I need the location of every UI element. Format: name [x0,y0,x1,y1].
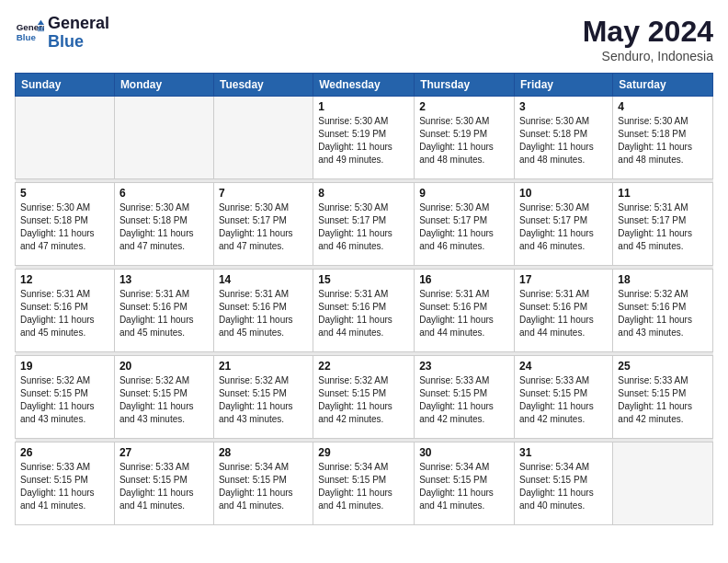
calendar-cell: 22Sunrise: 5:32 AM Sunset: 5:15 PM Dayli… [313,356,415,439]
day-info: Sunrise: 5:30 AM Sunset: 5:17 PM Dayligh… [219,201,308,253]
day-number: 27 [119,446,209,459]
day-number: 10 [519,187,608,200]
calendar-cell [613,442,713,525]
day-info: Sunrise: 5:31 AM Sunset: 5:16 PM Dayligh… [219,288,308,339]
calendar-cell: 30Sunrise: 5:34 AM Sunset: 5:15 PM Dayli… [415,442,515,525]
calendar-cell: 29Sunrise: 5:34 AM Sunset: 5:15 PM Dayli… [313,442,415,525]
day-info: Sunrise: 5:31 AM Sunset: 5:16 PM Dayligh… [519,288,608,339]
calendar-cell: 3Sunrise: 5:30 AM Sunset: 5:18 PM Daylig… [515,97,613,179]
weekday-header: Sunday [16,74,115,97]
calendar-cell: 23Sunrise: 5:33 AM Sunset: 5:15 PM Dayli… [415,356,515,439]
day-info: Sunrise: 5:30 AM Sunset: 5:18 PM Dayligh… [618,115,708,167]
calendar-cell: 10Sunrise: 5:30 AM Sunset: 5:17 PM Dayli… [515,183,613,266]
day-info: Sunrise: 5:31 AM Sunset: 5:16 PM Dayligh… [318,288,409,339]
day-number: 19 [20,360,109,373]
day-number: 25 [618,360,708,373]
location: Senduro, Indonesia [583,49,713,63]
svg-text:Blue: Blue [17,32,37,42]
calendar-cell: 12Sunrise: 5:31 AM Sunset: 5:16 PM Dayli… [16,270,115,352]
day-number: 6 [119,187,209,200]
calendar-cell: 5Sunrise: 5:30 AM Sunset: 5:18 PM Daylig… [16,183,115,266]
day-number: 20 [119,360,209,373]
day-number: 11 [618,187,708,200]
day-number: 18 [618,273,708,286]
day-info: Sunrise: 5:31 AM Sunset: 5:16 PM Dayligh… [119,288,209,339]
calendar-cell [114,97,213,179]
calendar-cell [213,97,313,179]
logo-text: General Blue [48,15,109,52]
day-info: Sunrise: 5:30 AM Sunset: 5:18 PM Dayligh… [20,201,109,253]
logo: General Blue General Blue [15,15,109,52]
day-info: Sunrise: 5:30 AM Sunset: 5:17 PM Dayligh… [519,201,608,253]
logo-icon: General Blue [15,18,44,48]
calendar-cell: 26Sunrise: 5:33 AM Sunset: 5:15 PM Dayli… [16,442,115,525]
calendar-cell: 19Sunrise: 5:32 AM Sunset: 5:15 PM Dayli… [16,356,115,439]
day-info: Sunrise: 5:32 AM Sunset: 5:15 PM Dayligh… [119,374,209,426]
title-area: May 2024 Senduro, Indonesia [583,15,713,63]
calendar-cell: 14Sunrise: 5:31 AM Sunset: 5:16 PM Dayli… [213,270,313,352]
day-number: 14 [219,273,308,286]
svg-marker-4 [38,27,44,31]
day-info: Sunrise: 5:31 AM Sunset: 5:16 PM Dayligh… [20,288,109,339]
weekday-header: Monday [114,74,213,97]
day-number: 5 [20,187,109,200]
day-info: Sunrise: 5:31 AM Sunset: 5:17 PM Dayligh… [618,201,708,253]
calendar-cell: 20Sunrise: 5:32 AM Sunset: 5:15 PM Dayli… [114,356,213,439]
day-number: 7 [219,187,308,200]
day-info: Sunrise: 5:32 AM Sunset: 5:15 PM Dayligh… [318,374,409,426]
calendar-cell: 31Sunrise: 5:34 AM Sunset: 5:15 PM Dayli… [515,442,613,525]
day-number: 31 [519,446,608,459]
calendar-header-row: SundayMondayTuesdayWednesdayThursdayFrid… [16,74,713,97]
day-number: 8 [318,187,409,200]
calendar-cell [16,97,115,179]
calendar-cell: 28Sunrise: 5:34 AM Sunset: 5:15 PM Dayli… [213,442,313,525]
calendar-cell: 18Sunrise: 5:32 AM Sunset: 5:16 PM Dayli… [613,270,713,352]
calendar-cell: 4Sunrise: 5:30 AM Sunset: 5:18 PM Daylig… [613,97,713,179]
day-number: 21 [219,360,308,373]
day-info: Sunrise: 5:32 AM Sunset: 5:15 PM Dayligh… [219,374,308,426]
calendar-cell: 2Sunrise: 5:30 AM Sunset: 5:19 PM Daylig… [415,97,515,179]
calendar-cell: 11Sunrise: 5:31 AM Sunset: 5:17 PM Dayli… [613,183,713,266]
day-info: Sunrise: 5:33 AM Sunset: 5:15 PM Dayligh… [519,374,608,426]
calendar-cell: 21Sunrise: 5:32 AM Sunset: 5:15 PM Dayli… [213,356,313,439]
day-number: 26 [20,446,109,459]
day-info: Sunrise: 5:30 AM Sunset: 5:18 PM Dayligh… [119,201,209,253]
calendar-cell: 16Sunrise: 5:31 AM Sunset: 5:16 PM Dayli… [415,270,515,352]
calendar-cell: 17Sunrise: 5:31 AM Sunset: 5:16 PM Dayli… [515,270,613,352]
calendar-cell: 6Sunrise: 5:30 AM Sunset: 5:18 PM Daylig… [114,183,213,266]
month-title: May 2024 [583,15,713,49]
calendar-week-row: 12Sunrise: 5:31 AM Sunset: 5:16 PM Dayli… [16,270,713,352]
day-number: 4 [618,100,708,113]
day-info: Sunrise: 5:32 AM Sunset: 5:15 PM Dayligh… [20,374,109,426]
day-info: Sunrise: 5:33 AM Sunset: 5:15 PM Dayligh… [419,374,509,426]
calendar-cell: 9Sunrise: 5:30 AM Sunset: 5:17 PM Daylig… [415,183,515,266]
day-number: 30 [419,446,509,459]
weekday-header: Tuesday [213,74,313,97]
day-info: Sunrise: 5:33 AM Sunset: 5:15 PM Dayligh… [20,461,109,512]
day-info: Sunrise: 5:30 AM Sunset: 5:19 PM Dayligh… [419,115,509,167]
day-number: 22 [318,360,409,373]
weekday-header: Thursday [415,74,515,97]
day-info: Sunrise: 5:34 AM Sunset: 5:15 PM Dayligh… [318,461,409,512]
calendar-cell: 8Sunrise: 5:30 AM Sunset: 5:17 PM Daylig… [313,183,415,266]
day-number: 16 [419,273,509,286]
calendar-week-row: 26Sunrise: 5:33 AM Sunset: 5:15 PM Dayli… [16,442,713,525]
weekday-header: Friday [515,74,613,97]
day-number: 23 [419,360,509,373]
weekday-header: Wednesday [313,74,415,97]
day-number: 17 [519,273,608,286]
day-info: Sunrise: 5:30 AM Sunset: 5:17 PM Dayligh… [318,201,409,253]
calendar-table: SundayMondayTuesdayWednesdayThursdayFrid… [15,73,713,525]
day-info: Sunrise: 5:34 AM Sunset: 5:15 PM Dayligh… [419,461,509,512]
calendar-cell: 24Sunrise: 5:33 AM Sunset: 5:15 PM Dayli… [515,356,613,439]
day-number: 29 [318,446,409,459]
day-info: Sunrise: 5:30 AM Sunset: 5:17 PM Dayligh… [419,201,509,253]
day-info: Sunrise: 5:34 AM Sunset: 5:15 PM Dayligh… [219,461,308,512]
day-info: Sunrise: 5:30 AM Sunset: 5:18 PM Dayligh… [519,115,608,167]
calendar-cell: 13Sunrise: 5:31 AM Sunset: 5:16 PM Dayli… [114,270,213,352]
day-number: 15 [318,273,409,286]
day-number: 2 [419,100,509,113]
calendar-cell: 1Sunrise: 5:30 AM Sunset: 5:19 PM Daylig… [313,97,415,179]
day-info: Sunrise: 5:31 AM Sunset: 5:16 PM Dayligh… [419,288,509,339]
day-number: 3 [519,100,608,113]
